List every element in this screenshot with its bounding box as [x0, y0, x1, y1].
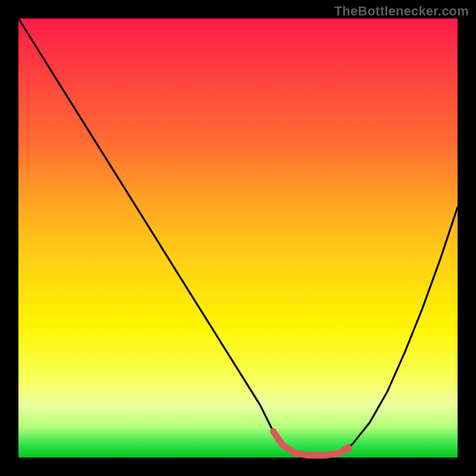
plot-area [18, 18, 458, 458]
curve-svg [18, 18, 458, 458]
trough-end-marker [344, 444, 352, 453]
chart-frame: TheBottlenecker.com [0, 0, 476, 476]
trough-highlight [273, 431, 348, 456]
bottleneck-curve-path [18, 18, 458, 455]
watermark-text: TheBottlenecker.com [334, 4, 469, 19]
